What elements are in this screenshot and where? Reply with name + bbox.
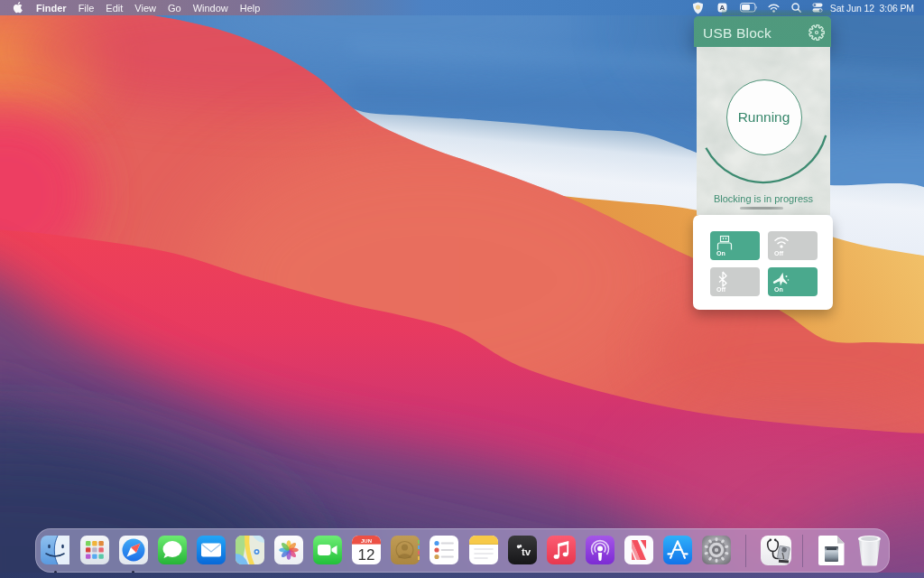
svg-text:tv: tv <box>522 546 531 557</box>
svg-text:12: 12 <box>358 546 375 564</box>
svg-text:JUN: JUN <box>361 538 372 544</box>
